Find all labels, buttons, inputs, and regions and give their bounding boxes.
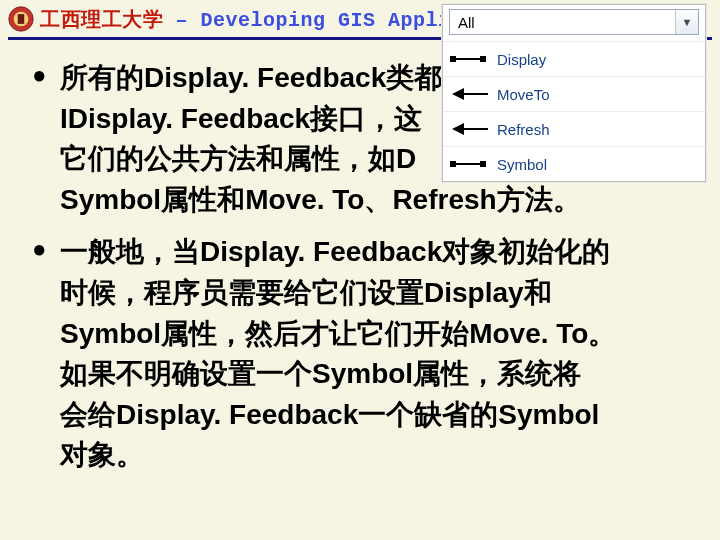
body-text: 时候，程序员需要给它们设置Display和	[60, 273, 700, 314]
university-logo-icon	[8, 6, 34, 32]
method-icon	[447, 87, 497, 101]
member-label: Refresh	[497, 121, 550, 138]
svg-rect-2	[18, 14, 25, 24]
title-prefix: 工西理工大学	[40, 9, 163, 32]
chevron-down-icon: ▼	[675, 10, 698, 34]
svg-marker-7	[452, 88, 464, 100]
member-label: Symbol	[497, 156, 547, 173]
member-row-refresh[interactable]: Refresh	[443, 111, 705, 146]
member-row-symbol[interactable]: Symbol	[443, 146, 705, 181]
body-text: 会给Display. Feedback一个缺省的Symbol	[60, 395, 700, 436]
svg-rect-12	[480, 161, 486, 167]
property-icon	[447, 52, 497, 66]
svg-rect-11	[450, 161, 456, 167]
svg-rect-4	[450, 56, 456, 62]
property-icon	[447, 157, 497, 171]
member-label: Display	[497, 51, 546, 68]
bullet-item: 一般地，当Display. Feedback对象初始化的 时候，程序员需要给它们…	[32, 232, 700, 476]
body-text: Symbol属性和Move. To、Refresh方法。	[60, 180, 700, 221]
body-text: Symbol属性，然后才让它们开始Move. To。	[60, 314, 700, 355]
member-label: MoveTo	[497, 86, 550, 103]
method-icon	[447, 122, 497, 136]
body-text: 一般地，当Display. Feedback对象初始化的	[60, 232, 700, 273]
dropdown-selected: All	[450, 14, 675, 31]
svg-rect-5	[480, 56, 486, 62]
body-text: 如果不明确设置一个Symbol属性，系统将	[60, 354, 700, 395]
body-text: 对象。	[60, 435, 700, 476]
member-row-moveto[interactable]: MoveTo	[443, 76, 705, 111]
idisplayfeedback-members-panel: All ▼ Display MoveTo	[442, 4, 706, 182]
member-row-display[interactable]: Display	[443, 41, 705, 76]
filter-dropdown[interactable]: All ▼	[449, 9, 699, 35]
svg-marker-9	[452, 123, 464, 135]
